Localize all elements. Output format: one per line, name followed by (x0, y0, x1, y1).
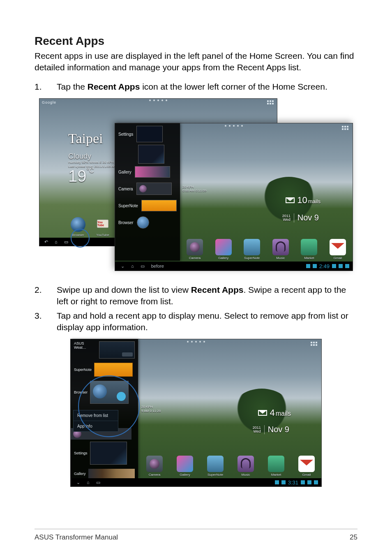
google-search-label[interactable]: Google (42, 100, 56, 104)
recent-item-settings[interactable]: Settings (115, 123, 180, 145)
step-3-number: 3. (35, 310, 57, 333)
youtube-shortcut-icon[interactable]: You Tube (97, 220, 108, 228)
recent-apps-panel[interactable]: ASUS Weat… SuperNote Browser Settings (71, 339, 138, 478)
recent-apps-icon[interactable]: ▭ (141, 264, 145, 269)
apps-grid-icon[interactable] (267, 100, 274, 104)
divider-icon (294, 213, 294, 222)
date-month-day: Nov 9 (268, 425, 289, 434)
dock-label: Music (271, 256, 291, 260)
mail-widget[interactable]: 10 mails (286, 195, 321, 206)
recent-item-camera[interactable]: Camera (115, 180, 180, 197)
footer-title: ASUS Transformer Manual (35, 533, 118, 542)
step-1-number: 1. (35, 81, 57, 93)
keyboard-status-icon (275, 480, 279, 484)
recent-item-label: SuperNote (74, 368, 92, 372)
recent-item-asus-weather[interactable]: ASUS Weat… (71, 339, 138, 361)
weather-overlay-time: 9 AM 0:11:28 (141, 409, 161, 413)
menu-app-info[interactable]: App info (74, 421, 118, 431)
apps-grid-icon[interactable] (342, 126, 348, 130)
step-1-pre: Tap the (57, 82, 88, 91)
home-icon[interactable]: ⌂ (87, 480, 90, 485)
dock-label: SuperNote (205, 473, 225, 477)
dock-gmail[interactable]: Gmail (328, 239, 348, 260)
tablet-homescreen-front: Settings Gallery Camera SuperNote (115, 123, 353, 271)
dock-supernote[interactable]: SuperNote (205, 456, 225, 477)
supernote-thumbnail-icon (94, 363, 133, 377)
dock-music[interactable]: Music (271, 239, 291, 260)
browser-thumbnail-icon (90, 381, 129, 404)
apps-grid-icon[interactable] (311, 342, 317, 346)
step-2-number: 2. (35, 284, 57, 308)
youtube-shortcut-label: YouTube (94, 233, 112, 237)
dock-gallery[interactable]: Gallery (175, 456, 195, 477)
battery-status-icon (339, 264, 343, 268)
wifi-status-icon (301, 480, 305, 484)
dock-market[interactable]: Market (266, 456, 286, 477)
divider-icon (264, 425, 265, 434)
back-icon[interactable]: ⌄ (76, 480, 80, 485)
date-widget[interactable]: 2011 Wed Nov 9 (253, 425, 289, 434)
camera-thumbnail-icon (136, 183, 172, 195)
mail-widget[interactable]: 4 mails (258, 408, 291, 418)
gmail-icon (298, 456, 315, 472)
envelope-icon (286, 197, 295, 203)
dock-camera[interactable]: Camera (145, 456, 164, 477)
step-2: 2. Swipe up and down the list to view Re… (35, 284, 357, 308)
back-icon[interactable]: ⌄ (121, 264, 125, 269)
system-bar: ⌄ ⌂ ▭ 3:31 (71, 478, 321, 486)
weather-temp-unit: °C (87, 167, 94, 174)
battery-status-icon (307, 480, 311, 484)
browser-shortcut-icon[interactable] (71, 217, 85, 232)
clock[interactable]: 2:49 (319, 263, 330, 269)
recent-item-gallery[interactable]: Gallery (115, 164, 180, 180)
recent-item-supernote[interactable]: SuperNote (71, 361, 138, 379)
step-3-text: Tap and hold a recent app to display men… (57, 310, 357, 333)
home-icon[interactable]: ⌂ (131, 264, 134, 269)
dock-label: Gmail (328, 256, 348, 260)
recent-apps-panel[interactable]: Settings Gallery Camera SuperNote (115, 123, 180, 261)
menu-remove-from-list[interactable]: Remove from list (74, 410, 118, 421)
step-1-post: icon at the lower left corner of the Hom… (140, 82, 327, 91)
settings-thumbnail-expanded (138, 145, 164, 164)
dock-gallery[interactable]: Gallery (214, 239, 233, 260)
envelope-icon (258, 410, 267, 416)
dock-camera[interactable]: Camera (185, 239, 205, 260)
date-dow: Wed (253, 430, 261, 433)
weather-overlay-kph: 20 KPH (141, 405, 153, 409)
recent-item-browser[interactable]: Browser (71, 379, 138, 406)
settings-thumbnail-icon (90, 442, 127, 465)
weather-city: Taipei (68, 131, 103, 146)
dock-label: Market (299, 256, 319, 260)
asus-weather-thumbnail-icon (99, 341, 135, 359)
weather-overlay-time: 0:00 AM 0:11:09 (182, 189, 206, 192)
dock-supernote[interactable]: SuperNote (242, 239, 262, 260)
dock-label: Music (236, 473, 256, 477)
dock-music[interactable]: Music (236, 456, 256, 477)
recent-item-settings[interactable]: Settings (71, 440, 138, 467)
page-indicator-icon (149, 100, 167, 101)
weather-temp: 19°C (68, 167, 94, 185)
back-icon[interactable]: ↶ (44, 239, 48, 245)
recent-item-label: Camera (118, 187, 133, 191)
gallery-icon (215, 239, 232, 255)
date-widget[interactable]: 2011 Wed Nov 9 (282, 213, 319, 222)
recent-item-supernote[interactable]: SuperNote (115, 197, 180, 214)
dock-label: Market (266, 473, 286, 477)
clock[interactable]: 3:31 (288, 479, 298, 486)
weather-temp-value: 19 (68, 167, 87, 185)
gallery-icon (177, 456, 193, 472)
screenshot-2: ASUS Weat… SuperNote Browser Settings (70, 339, 322, 487)
recent-apps-icon[interactable]: ▭ (64, 239, 68, 245)
gallery-thumbnail-icon (88, 469, 135, 479)
footer-page-number: 25 (350, 533, 357, 542)
home-icon[interactable]: ⌂ (55, 239, 58, 244)
recent-item-browser[interactable]: Browser (115, 214, 180, 231)
gallery-thumbnail-icon (135, 166, 170, 178)
recent-item-label: Settings (118, 132, 133, 137)
dock-label: Gmail (297, 473, 316, 477)
mail-count: 4 (270, 408, 274, 418)
dock-market[interactable]: Market (299, 239, 319, 260)
dock-label: Camera (185, 256, 205, 260)
recent-apps-icon[interactable]: ▭ (96, 480, 100, 485)
dock-gmail[interactable]: Gmail (297, 456, 316, 477)
